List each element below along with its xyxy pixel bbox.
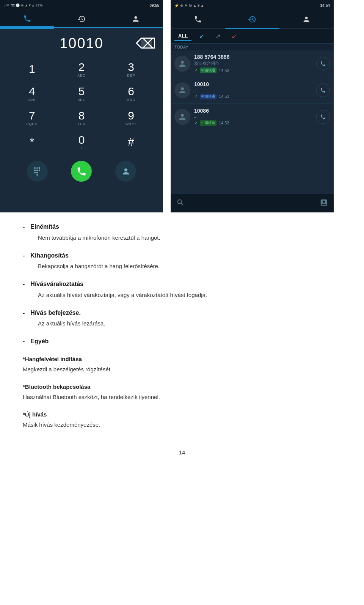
key-2[interactable]: 2ABC (57, 58, 106, 81)
call-carrier-3: 中国移动 (200, 120, 217, 126)
action-bar (8, 158, 155, 185)
page-number: 14 (0, 445, 364, 463)
dialer: 10010 ⌫ 1 2ABC 3DEF 4GHI 5JKL 6MNO 7PQRS… (0, 29, 163, 189)
key-star[interactable]: * (8, 130, 56, 154)
key-0[interactable]: 0+ (57, 130, 106, 154)
call-info-1: 188 5764 3886 浙江省台州市 ↗ 中国联通 14:53 (194, 54, 313, 73)
key-5[interactable]: 5JKL (57, 82, 106, 105)
call-entry-3[interactable]: 10086 – ↗ 中国移动 14:53 (171, 104, 334, 130)
key-3[interactable]: 3DEF (107, 58, 155, 81)
filter-incoming[interactable]: ↙ (195, 31, 208, 41)
ast-title-új-hívás: *Új hívás (23, 410, 341, 419)
filter-all[interactable]: ALL (174, 31, 191, 41)
call-name-3: 10086 (194, 108, 313, 114)
ast-section-bluetooth: *Bluetooth bekapcsolása Használhat Bluet… (23, 382, 341, 402)
key-1[interactable]: 1 (8, 58, 56, 81)
call-back-button-3[interactable] (316, 110, 330, 124)
call-sub-3: – (194, 115, 313, 119)
phones-container: ↕ ✉ 📷 🕐 ⊕ ▲▼▲ 22% 09:55 (0, 0, 364, 212)
backspace-button[interactable]: ⌫ (141, 39, 152, 48)
key-4[interactable]: 4GHI (8, 82, 56, 105)
contacts-icon (132, 15, 140, 23)
call-time-1: 14:53 (219, 68, 229, 73)
call-time-2: 14:53 (219, 94, 229, 99)
phone-left: ↕ ✉ 📷 🕐 ⊕ ▲▼▲ 22% 09:55 (0, 0, 163, 212)
ast-section-új-hívás: *Új hívás Másik hívás kezdeményezése. (23, 410, 341, 429)
dialed-number: 10010 (60, 35, 104, 52)
key-6[interactable]: 6MNO (107, 82, 155, 105)
call-tags-3: ↗ 中国移动 14:53 (194, 120, 313, 126)
ast-title-bluetooth: *Bluetooth bekapcsolása (23, 382, 341, 391)
call-entry-1[interactable]: 188 5764 3886 浙江省台州市 ↗ 中国联通 14:53 (171, 50, 334, 77)
dialpad-icon (33, 167, 42, 176)
keypad: 1 2ABC 3DEF 4GHI 5JKL 6MNO 7PQRS 8TUV 9W… (8, 58, 155, 154)
avatar-2 (174, 82, 190, 98)
right-time: 14:54 (320, 3, 330, 8)
right-phone-icon (194, 15, 202, 24)
call-back-button-1[interactable] (316, 57, 330, 71)
signal-icon: ↕ ✉ 📷 🕐 ⊕ ▲▼▲ 22% (4, 3, 42, 7)
right-bottom-bar (171, 194, 334, 212)
user-avatar-icon-3 (178, 112, 187, 121)
key-hash[interactable]: # (107, 130, 155, 154)
call-back-icon-1 (320, 61, 326, 67)
tab-contacts[interactable] (109, 11, 163, 27)
call-info-3: 10086 – ↗ 中国移动 14:53 (194, 108, 313, 126)
call-arrow-3: ↗ (194, 121, 198, 126)
section-title-egyéb: Egyéb (30, 336, 49, 346)
call-tags-1: ↗ 中国联通 14:53 (194, 68, 313, 73)
phone-icon (23, 14, 31, 23)
user-avatar-icon-1 (178, 59, 187, 68)
filter-missed[interactable]: ↙ (228, 31, 240, 41)
section-kihangosítás: - Kihangosítás Bekapcsolja a hangszórót … (23, 251, 341, 271)
right-tab-contacts[interactable] (279, 11, 334, 28)
call-icon (76, 166, 87, 177)
call-tags-2: ↗ 中国联通 14:53 (194, 94, 313, 99)
section-title-hívásvárakoztatás: Hívásvárakoztatás (30, 279, 83, 289)
right-tab-indicator-row (171, 28, 334, 29)
call-back-icon-3 (320, 114, 326, 120)
search-svg-icon (176, 198, 185, 207)
avatar-1 (174, 56, 190, 72)
right-nav-tabs (171, 11, 334, 28)
add-contact-icon[interactable] (320, 198, 328, 208)
avatar-3 (174, 109, 190, 125)
call-carrier-2: 中国联通 (200, 94, 217, 99)
key-7[interactable]: 7PQRS (8, 106, 56, 130)
section-body-elnémítás: Nem továbbítja a mikrofonon keresztül a … (38, 233, 341, 242)
key-8[interactable]: 8TUV (57, 106, 106, 130)
call-carrier-1: 中国联通 (200, 68, 217, 73)
right-tab-recent[interactable] (225, 11, 279, 28)
left-status-bar: ↕ ✉ 📷 🕐 ⊕ ▲▼▲ 22% 09:55 (0, 0, 163, 11)
search-icon[interactable] (176, 198, 185, 208)
call-name-1: 188 5764 3886 (194, 54, 313, 60)
section-body-hívás-befejezése: Az aktuális hívás lezárása. (38, 319, 341, 328)
section-title-elnémítás: Elnémítás (30, 222, 59, 232)
call-time-3: 14:53 (219, 121, 229, 125)
today-label: TODAY (171, 44, 334, 50)
right-tab-phone[interactable] (171, 11, 225, 28)
section-elnémítás: - Elnémítás Nem továbbítja a mikrofonon … (23, 222, 341, 242)
contacts-btn-icon (121, 167, 130, 176)
section-title-kihangosítás: Kihangosítás (30, 251, 68, 261)
left-time: 09:55 (149, 3, 159, 8)
ast-body-hangfelvétel: Megkezdi a beszélgetés rögzítését. (23, 365, 341, 374)
ast-body-bluetooth: Használhat Bluetooth eszközt, ha rendelk… (23, 393, 341, 402)
right-status-bar: ⚡ ⊕ ▼ G ▲▼▲ 14:54 (171, 0, 334, 11)
filter-outgoing[interactable]: ↗ (212, 31, 224, 41)
filter-tabs: ALL ↙ ↗ ↙ (171, 29, 334, 44)
contacts-button[interactable] (115, 161, 136, 182)
right-contacts-icon (302, 15, 311, 24)
tab-recent[interactable] (54, 11, 108, 27)
tab-phone[interactable] (0, 11, 54, 27)
display-number-row: 10010 ⌫ (8, 33, 155, 54)
right-status-icons: ⚡ ⊕ ▼ G ▲▼▲ (174, 3, 204, 8)
call-back-button-2[interactable] (316, 83, 330, 97)
call-button[interactable] (71, 161, 92, 182)
call-info-2: 10010 – ↗ 中国联通 14:53 (194, 81, 313, 99)
key-9[interactable]: 9WXYZ (107, 106, 155, 130)
call-entry-2[interactable]: 10010 – ↗ 中国联通 14:53 (171, 77, 334, 104)
section-egyéb: - Egyéb (23, 336, 341, 346)
dialpad-button[interactable] (27, 161, 48, 182)
section-title-hívás-befejezése: Hívás befejezése. (30, 308, 81, 318)
